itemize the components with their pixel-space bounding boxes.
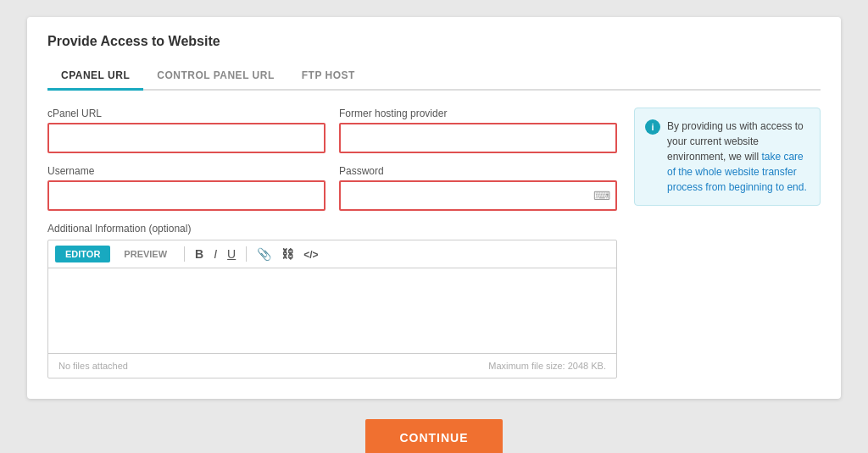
fields-row-2: Username Password ⌨ (47, 165, 617, 211)
attach-button[interactable]: 📎 (253, 246, 275, 262)
additional-info-section: Additional Information (optional) EDITOR… (47, 223, 617, 378)
no-files-label: No files attached (58, 361, 128, 371)
paperclip-icon: 📎 (257, 247, 271, 261)
former-hosting-input[interactable] (339, 123, 617, 153)
editor-tab-button[interactable]: EDITOR (55, 246, 110, 262)
password-group: Password ⌨ (339, 165, 617, 211)
editor-toolbar: EDITOR PREVIEW B I U 📎 ⛓ (48, 240, 616, 268)
toolbar-divider-2 (246, 246, 247, 262)
tab-control-panel-url[interactable]: CONTROL PANEL URL (143, 63, 288, 91)
username-group: Username (47, 165, 326, 211)
former-hosting-label: Former hosting provider (339, 108, 617, 119)
italic-button[interactable]: I (210, 246, 220, 262)
editor-content-area[interactable] (48, 268, 616, 353)
code-icon: </> (303, 249, 318, 261)
editor-box: EDITOR PREVIEW B I U 📎 ⛓ (47, 240, 617, 378)
toolbar-divider-1 (184, 246, 185, 262)
info-box: i By providing us with access to your cu… (634, 108, 821, 206)
preview-tab-button[interactable]: PREVIEW (114, 246, 177, 262)
code-button[interactable]: </> (300, 246, 321, 262)
form-section: cPanel URL Former hosting provider Usern… (47, 108, 617, 378)
password-toggle-icon[interactable]: ⌨ (593, 189, 610, 202)
link-button[interactable]: ⛓ (278, 246, 297, 262)
cpanel-url-label: cPanel URL (47, 108, 326, 119)
username-input[interactable] (47, 180, 326, 211)
max-file-label: Maximum file size: 2048 KB. (488, 361, 606, 371)
underline-button[interactable]: U (224, 246, 239, 262)
tab-cpanel-url[interactable]: CPANEL URL (47, 63, 143, 91)
cpanel-url-input[interactable] (47, 123, 326, 153)
tabs-container: CPANEL URL CONTROL PANEL URL FTP HOST (47, 63, 821, 91)
former-hosting-group: Former hosting provider (339, 108, 617, 153)
page-title: Provide Access to Website (47, 34, 821, 49)
cpanel-url-group: cPanel URL (47, 108, 326, 153)
link-icon: ⛓ (281, 247, 293, 261)
password-wrapper: ⌨ (339, 180, 617, 211)
additional-info-label: Additional Information (optional) (47, 223, 617, 235)
info-box-text: By providing us with access to your curr… (667, 119, 810, 195)
content-row: cPanel URL Former hosting provider Usern… (47, 108, 821, 378)
tab-ftp-host[interactable]: FTP HOST (288, 63, 369, 91)
main-card: Provide Access to Website CPANEL URL CON… (27, 17, 841, 399)
info-icon: i (645, 119, 660, 135)
editor-footer: No files attached Maximum file size: 204… (48, 353, 616, 378)
bottom-actions: CONTINUE (365, 419, 502, 453)
fields-row-1: cPanel URL Former hosting provider (47, 108, 617, 153)
password-label: Password (339, 165, 617, 177)
password-input[interactable] (339, 180, 617, 211)
continue-button[interactable]: CONTINUE (365, 419, 502, 453)
username-label: Username (47, 165, 326, 177)
bold-button[interactable]: B (192, 246, 207, 262)
